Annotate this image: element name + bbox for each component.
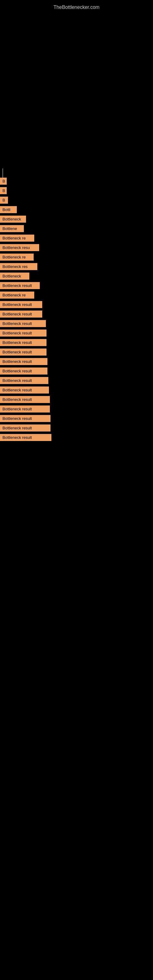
result-item-24[interactable]: Bottleneck result bbox=[0, 396, 153, 403]
result-bar-7[interactable]: Bottleneck re bbox=[0, 235, 34, 242]
result-bar-15[interactable]: Bottleneck result bbox=[0, 310, 42, 318]
result-item-17[interactable]: Bottleneck result bbox=[0, 329, 153, 337]
result-item-13[interactable]: Bottleneck re bbox=[0, 291, 153, 299]
result-item-27[interactable]: Bottleneck result bbox=[0, 425, 153, 431]
result-bar-5[interactable]: Bottleneck bbox=[0, 216, 26, 223]
result-item-15[interactable]: Bottleneck result bbox=[0, 310, 153, 318]
result-bar-18[interactable]: Bottleneck result bbox=[0, 339, 46, 346]
result-bar-16[interactable]: Bottleneck result bbox=[0, 320, 46, 327]
result-bar-6[interactable]: Bottlene bbox=[0, 225, 24, 232]
result-bar-8[interactable]: Bottleneck resu bbox=[0, 244, 39, 251]
result-item-21[interactable]: Bottleneck result bbox=[0, 368, 153, 375]
result-bar-4[interactable]: Bottl bbox=[0, 206, 17, 213]
result-bar-12[interactable]: Bottleneck result bbox=[0, 282, 40, 289]
result-bar-17[interactable]: Bottleneck result bbox=[0, 329, 46, 337]
result-item-8[interactable]: Bottleneck resu bbox=[0, 244, 153, 251]
result-bar-24[interactable]: Bottleneck result bbox=[0, 396, 50, 403]
result-bar-20[interactable]: Bottleneck result bbox=[0, 358, 48, 365]
result-item-19[interactable]: Bottleneck result bbox=[0, 348, 153, 356]
result-item-16[interactable]: Bottleneck result bbox=[0, 320, 153, 327]
result-item-5[interactable]: Bottleneck bbox=[0, 216, 153, 223]
result-bar-14[interactable]: Bottleneck result bbox=[0, 301, 42, 308]
result-item-9[interactable]: Bottleneck re bbox=[0, 254, 153, 261]
result-item-14[interactable]: Bottleneck result bbox=[0, 301, 153, 308]
result-bar-21[interactable]: Bottleneck result bbox=[0, 368, 48, 375]
result-bar-26[interactable]: Bottleneck result bbox=[0, 415, 51, 422]
result-bar-19[interactable]: Bottleneck result bbox=[0, 348, 46, 356]
result-bar-3[interactable]: B bbox=[0, 197, 8, 204]
result-item-10[interactable]: Bottleneck res bbox=[0, 263, 153, 270]
result-item-23[interactable]: Bottleneck result bbox=[0, 387, 153, 393]
result-item-4[interactable]: Bottl bbox=[0, 206, 153, 213]
result-item-28[interactable]: Bottleneck result bbox=[0, 434, 153, 441]
result-item-12[interactable]: Bottleneck result bbox=[0, 282, 153, 289]
result-bar-22[interactable]: Bottleneck result bbox=[0, 377, 48, 384]
result-item-11[interactable]: Bottleneck bbox=[0, 272, 153, 280]
result-bar-27[interactable]: Bottleneck result bbox=[0, 425, 51, 431]
result-item-26[interactable]: Bottleneck result bbox=[0, 415, 153, 422]
result-bar-1[interactable]: B bbox=[0, 178, 7, 185]
result-bar-9[interactable]: Bottleneck re bbox=[0, 254, 33, 261]
result-item-1[interactable]: B bbox=[0, 178, 153, 185]
results-container: BBBBottlBottleneckBottleneBottleneck reB… bbox=[0, 178, 153, 444]
result-bar-28[interactable]: Bottleneck result bbox=[0, 434, 51, 441]
result-item-20[interactable]: Bottleneck result bbox=[0, 358, 153, 365]
result-bar-25[interactable]: Bottleneck result bbox=[0, 406, 50, 412]
vertical-line bbox=[2, 169, 3, 178]
result-item-25[interactable]: Bottleneck result bbox=[0, 406, 153, 412]
result-item-7[interactable]: Bottleneck re bbox=[0, 235, 153, 242]
result-item-3[interactable]: B bbox=[0, 197, 153, 204]
result-item-22[interactable]: Bottleneck result bbox=[0, 377, 153, 384]
result-bar-2[interactable]: B bbox=[0, 187, 7, 194]
result-bar-11[interactable]: Bottleneck bbox=[0, 272, 29, 280]
result-item-6[interactable]: Bottlene bbox=[0, 225, 153, 232]
result-item-2[interactable]: B bbox=[0, 187, 153, 194]
site-title: TheBottlenecker.com bbox=[0, 2, 153, 13]
result-item-18[interactable]: Bottleneck result bbox=[0, 339, 153, 346]
result-bar-10[interactable]: Bottleneck res bbox=[0, 263, 37, 270]
result-bar-23[interactable]: Bottleneck result bbox=[0, 387, 49, 393]
result-bar-13[interactable]: Bottleneck re bbox=[0, 291, 34, 299]
